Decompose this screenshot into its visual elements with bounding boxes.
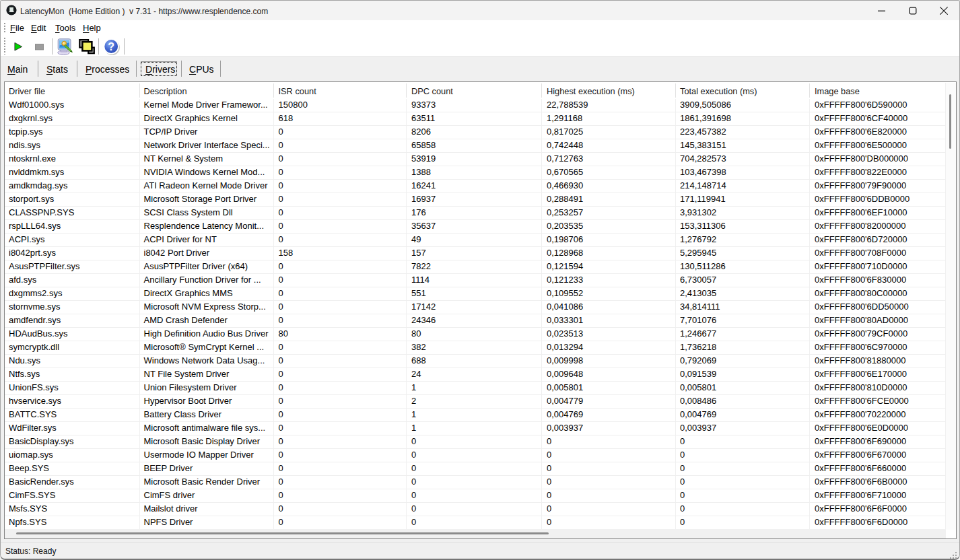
svg-text:?: ? (108, 41, 114, 53)
